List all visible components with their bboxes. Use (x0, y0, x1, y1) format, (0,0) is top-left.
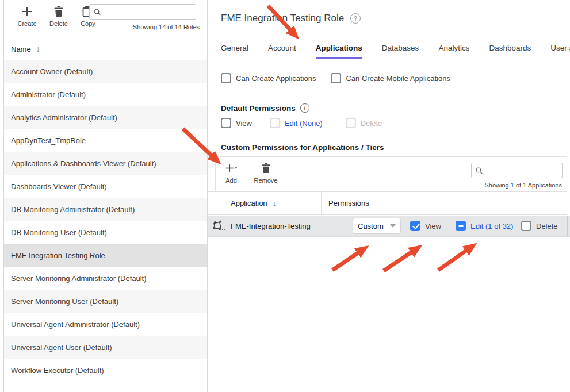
row-view-option: View (410, 221, 441, 231)
applications-count-text: Showing 1 of 1 Applications (484, 182, 562, 189)
role-title-row: FME Inegration Testing Role ? (221, 13, 361, 24)
tab-analytics[interactable]: Analytics (438, 41, 469, 59)
roles-toolbar: Create Delete Copy (4, 0, 207, 37)
search-icon (93, 8, 101, 16)
role-row-account-owner[interactable]: Account Owner (Default) (4, 60, 207, 83)
create-flags-row: Can Create Applications Can Create Mobil… (221, 73, 450, 83)
trash-icon (52, 5, 65, 18)
can-create-applications-option: Can Create Applications (221, 73, 316, 83)
role-row-applications-dashboards-viewer[interactable]: Applications & Dashboards Viewer (Defaul… (4, 152, 207, 175)
remove-application-label: Remove (251, 177, 280, 184)
remove-application-button[interactable]: Remove (251, 162, 280, 184)
roles-search (89, 4, 196, 20)
row-delete-label: Delete (536, 222, 558, 230)
delete-role-label: Delete (45, 20, 72, 27)
add-application-label: Add (221, 177, 241, 184)
application-name: FME-Integration-Testing (231, 222, 311, 230)
default-view-label: View (236, 119, 252, 128)
role-row-db-monitoring-user[interactable]: DB Monitoring User (Default) (4, 221, 207, 244)
default-delete-label: Delete (361, 119, 382, 128)
default-permissions-row: View Edit (None) Delete (221, 118, 382, 128)
application-column-header[interactable]: Application ↓ (231, 192, 277, 214)
custom-permissions-toolbar: Add Remove Showing 1 of 1 Applications (215, 156, 567, 192)
name-column-label: Name (11, 45, 31, 53)
role-row-dashboards-viewer[interactable]: Dashboards Viewer (Default) (4, 175, 207, 198)
role-row-administrator[interactable]: Administrator (Default) (4, 83, 207, 106)
application-row[interactable]: FME-Integration-Testing Custom View Edit… (208, 216, 570, 237)
page-title: FME Inegration Testing Role (221, 13, 344, 24)
can-create-applications-label: Can Create Applications (236, 74, 316, 83)
role-tabs: General Account Applications Databases A… (208, 41, 570, 59)
role-row-universal-agent-administrator[interactable]: Universal Agent Administrator (Default) (4, 313, 207, 336)
permissions-column-header: Permissions (328, 192, 369, 214)
chevron-down-icon (390, 224, 396, 228)
row-delete-option: Delete (521, 221, 558, 231)
sort-descending-icon: ↓ (36, 44, 40, 53)
permission-mode-value: Custom (358, 222, 384, 230)
role-row-workflow-executor[interactable]: Workflow Executor (Default) (4, 359, 207, 382)
tab-dashboards[interactable]: Dashboards (489, 41, 531, 59)
default-view-option: View (221, 118, 252, 128)
default-edit-option: Edit (None) (270, 118, 323, 128)
tab-account[interactable]: Account (268, 41, 296, 59)
tab-databases[interactable]: Databases (382, 41, 419, 59)
column-separator (567, 192, 567, 214)
default-edit-label[interactable]: Edit (None) (285, 119, 323, 128)
permission-mode-dropdown[interactable]: Custom (353, 218, 401, 234)
plus-dropdown-icon (225, 162, 238, 174)
roles-list-name-header[interactable]: Name ↓ (4, 38, 207, 60)
can-create-mobile-applications-option: Can Create Mobile Applications (331, 73, 450, 83)
info-icon[interactable]: i (300, 103, 309, 113)
row-edit-checkbox[interactable] (456, 221, 466, 231)
row-view-label: View (425, 222, 441, 230)
roles-search-input[interactable] (104, 8, 192, 16)
row-edit-option: Edit (1 of 32) (456, 221, 513, 231)
role-row-analytics-administrator[interactable]: Analytics Administrator (Default) (4, 106, 207, 129)
role-row-universal-agent-user[interactable]: Universal Agent User (Default) (4, 336, 207, 359)
role-row-db-monitoring-administrator[interactable]: DB Monitoring Administrator (Default) (4, 198, 207, 221)
default-delete-checkbox[interactable] (346, 118, 356, 128)
role-row-fme-inegration-testing-role[interactable]: FME Inegration Testing Role (4, 244, 207, 267)
search-icon (475, 167, 483, 175)
roles-sidebar: Create Delete Copy (3, 0, 208, 392)
column-separator (567, 216, 568, 236)
tab-applications[interactable]: Applications (316, 41, 362, 59)
plus-icon (21, 5, 33, 18)
applications-search (471, 163, 563, 178)
role-row-server-monitoring-user[interactable]: Server Monitoring User (Default) (4, 290, 207, 313)
default-edit-checkbox[interactable] (270, 118, 280, 128)
tab-user-accounts[interactable]: User a (550, 41, 570, 59)
sort-descending-icon: ↓ (273, 199, 277, 208)
role-row-appdyntest-tmprole[interactable]: AppDynTest_TmpRole (4, 129, 207, 152)
help-icon[interactable]: ? (350, 13, 361, 24)
create-role-label: Create (13, 20, 41, 27)
applications-table-header: Application ↓ Permissions (208, 191, 567, 215)
role-row-server-monitoring-administrator[interactable]: Server Monitoring Administrator (Default… (4, 267, 207, 290)
column-separator (321, 192, 322, 214)
row-edit-label[interactable]: Edit (1 of 32) (470, 222, 513, 230)
row-view-checkbox[interactable] (410, 221, 420, 231)
copy-role-label: Copy (74, 20, 102, 27)
delete-role-button[interactable]: Delete (45, 5, 72, 27)
tab-general[interactable]: General (221, 41, 248, 59)
default-view-checkbox[interactable] (221, 118, 231, 128)
can-create-applications-checkbox[interactable] (221, 73, 231, 83)
default-delete-option: Delete (346, 118, 382, 128)
roles-list: Account Owner (Default) Administrator (D… (4, 60, 207, 382)
can-create-mobile-applications-checkbox[interactable] (331, 73, 341, 83)
role-detail-panel: FME Inegration Testing Role ? General Ac… (208, 0, 570, 392)
column-separator (224, 192, 224, 214)
applications-search-input[interactable] (486, 167, 558, 175)
default-permissions-heading: Default Permissions i (221, 103, 309, 113)
custom-permissions-heading: Custom Permissions for Applications / Ti… (221, 143, 384, 152)
add-application-button[interactable]: Add (221, 162, 241, 184)
trash-icon (260, 162, 272, 174)
can-create-mobile-applications-label: Can Create Mobile Applications (346, 74, 450, 83)
roles-count-text: Showing 14 of 14 Roles (133, 24, 200, 30)
application-topology-icon (212, 220, 225, 232)
row-delete-checkbox[interactable] (521, 221, 531, 231)
create-role-button[interactable]: Create (13, 5, 41, 27)
roles-admin-page: Create Delete Copy (0, 0, 570, 392)
